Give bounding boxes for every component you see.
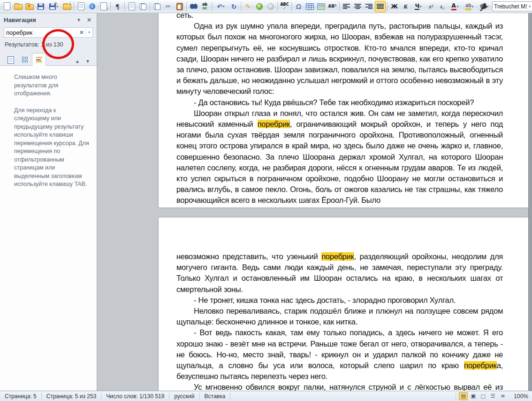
font-name-select[interactable]: Trebuchet MS▾: [492, 1, 532, 11]
superscript-icon: x²: [429, 4, 433, 9]
copy-icon: [154, 3, 160, 10]
pane-close-button[interactable]: ✕: [85, 16, 93, 23]
status-page-number[interactable]: Страница: 5: [0, 393, 42, 400]
status-page-of-total[interactable]: Страница: 5 из 253: [42, 393, 102, 400]
underline-button[interactable]: Ч▾: [411, 1, 425, 12]
italic-button[interactable]: К: [400, 1, 411, 12]
save-button[interactable]: [35, 1, 46, 12]
new-document-button[interactable]: [1, 1, 12, 12]
navigation-help-text: Для перехода к следующему или предыдущем…: [14, 107, 90, 189]
info-icon: i: [89, 3, 95, 9]
text-run: Одна из рук шумно упала впереди, преград…: [176, 22, 503, 95]
align-right-button[interactable]: [364, 1, 374, 12]
scissors-icon: ✂: [166, 3, 171, 10]
outline-view-button[interactable]: ☰: [488, 392, 497, 400]
two-page-view-button[interactable]: [137, 1, 148, 12]
green-ball-icon: [256, 3, 263, 10]
status-word-count[interactable]: Число слов: 1/130 519: [101, 393, 169, 400]
toolbar-separator: [110, 2, 111, 11]
superscript-button[interactable]: x²: [426, 1, 436, 12]
toolbar-separator: [150, 2, 150, 11]
print-layout-view-button[interactable]: ▤: [459, 392, 468, 400]
document-page-2[interactable]: невозможно представить, что узенький пор…: [158, 217, 529, 391]
text-highlight-button[interactable]: ab▾: [462, 1, 477, 12]
chevron-down-icon: ▾: [457, 5, 459, 8]
find-button[interactable]: [188, 1, 199, 12]
subscript-button[interactable]: x₂: [437, 1, 448, 12]
zoom-level-label[interactable]: 100%: [511, 393, 532, 400]
open-recent-button[interactable]: ✱: [24, 1, 35, 12]
save-as-icon: ✎: [49, 3, 56, 10]
chevron-down-icon: ▾: [420, 5, 422, 8]
paragraph: - Не тронет, кишка тонка нас здесь доста…: [176, 295, 503, 306]
paste-button[interactable]: [174, 1, 185, 12]
highlight-pen-button[interactable]: ✎: [243, 1, 253, 12]
open-button[interactable]: [13, 1, 23, 12]
toolbar-separator: [339, 2, 340, 11]
next-result-button[interactable]: ▼: [83, 57, 93, 65]
toolbar-separator: [124, 2, 125, 11]
spell-check-button[interactable]: ABC✓: [279, 1, 290, 12]
pane-menu-button[interactable]: ▼: [75, 17, 83, 23]
formatting-marks-button[interactable]: ¶: [112, 1, 123, 12]
font-color-button[interactable]: A▾: [448, 1, 462, 12]
insert-table-button[interactable]: [304, 1, 315, 12]
tab-browse-results[interactable]: [32, 53, 46, 66]
outline-view-icon: ☰: [491, 393, 495, 399]
search-clear-button[interactable]: ✕: [77, 30, 85, 36]
justify-button[interactable]: [375, 1, 386, 12]
gray-status-button[interactable]: [265, 1, 276, 12]
new-folder-icon: ↑: [63, 4, 71, 10]
two-pages-icon: [140, 3, 146, 10]
reading-view-button[interactable]: ▣: [469, 392, 478, 400]
align-center-button[interactable]: [352, 1, 363, 12]
binoculars-icon: [190, 4, 198, 9]
web-layout-view-button[interactable]: ▢: [479, 392, 487, 400]
tab-browse-pages[interactable]: [18, 54, 32, 65]
previous-result-button[interactable]: ▲: [72, 57, 83, 65]
bold-button[interactable]: Ж: [389, 1, 400, 12]
document-page-1[interactable]: сеть.Одна из рук шумно упала впереди, пр…: [158, 13, 529, 208]
chevron-down-icon: ▼: [76, 17, 81, 23]
table-icon: [306, 3, 314, 10]
undo-button[interactable]: ↶▾: [213, 1, 228, 12]
align-left-button[interactable]: [341, 1, 352, 12]
underline-icon: Ч: [415, 3, 419, 10]
redo-button[interactable]: ↻: [228, 1, 239, 12]
cut-button[interactable]: ✂: [163, 1, 174, 12]
search-options-button[interactable]: ▾: [86, 31, 92, 34]
shading-button[interactable]: ▾: [477, 1, 492, 12]
copy-button[interactable]: [152, 1, 162, 12]
green-status-button[interactable]: [254, 1, 265, 12]
insert-picture-button[interactable]: [316, 1, 327, 12]
toolbar-separator: [212, 2, 212, 11]
new-folder-button[interactable]: ↑: [61, 1, 72, 12]
status-language[interactable]: русский: [169, 393, 199, 400]
paragraph: сеть.: [176, 13, 503, 21]
close-icon: ✕: [87, 16, 92, 23]
one-page-view-button[interactable]: [126, 1, 137, 12]
new-document-icon: [4, 2, 10, 10]
replace-button[interactable]: abac: [199, 1, 210, 12]
draft-view-button[interactable]: ≡: [498, 392, 507, 400]
save-as-button[interactable]: ✎▾: [46, 1, 61, 12]
navigation-title: Навигация: [4, 16, 72, 23]
align-left-icon: [343, 4, 350, 9]
insert-symbol-button[interactable]: Ω: [293, 1, 304, 12]
print-preview-button[interactable]: ⌕: [98, 1, 109, 12]
vertical-scrollbar[interactable]: [528, 13, 532, 391]
document-properties-button[interactable]: [76, 1, 86, 12]
insert-footnote-button[interactable]: AB¹: [327, 1, 338, 12]
text-run: Неловко переваливаясь, старик подошёл бл…: [176, 307, 503, 326]
tab-browse-headings[interactable]: [4, 54, 18, 65]
document-info-button[interactable]: i: [87, 1, 98, 12]
status-insert-mode[interactable]: Вставка: [200, 393, 231, 400]
draft-view-icon: ≡: [501, 393, 505, 399]
text-run: Ус мгновенно обвился вокруг палки, натян…: [176, 383, 503, 391]
text-run: - Вот ведь пакость какая, там ему только…: [176, 328, 503, 370]
navigation-header: Навигация ▼ ✕: [0, 13, 97, 26]
search-results-icon: [36, 57, 42, 62]
align-right-icon: [365, 4, 372, 9]
chevron-down-icon: ▾: [487, 5, 489, 8]
document-area[interactable]: сеть.Одна из рук шумно упала впереди, пр…: [97, 13, 532, 391]
